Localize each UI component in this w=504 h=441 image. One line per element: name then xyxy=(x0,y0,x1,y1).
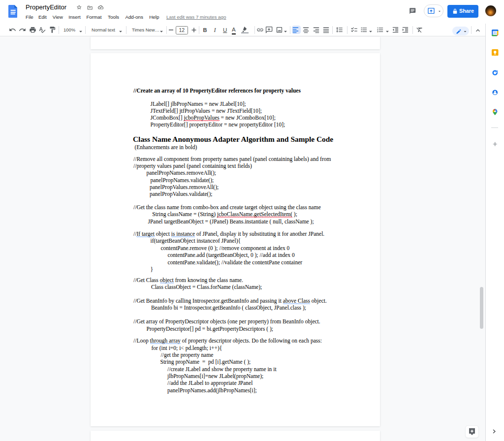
svg-text:31: 31 xyxy=(493,31,497,34)
